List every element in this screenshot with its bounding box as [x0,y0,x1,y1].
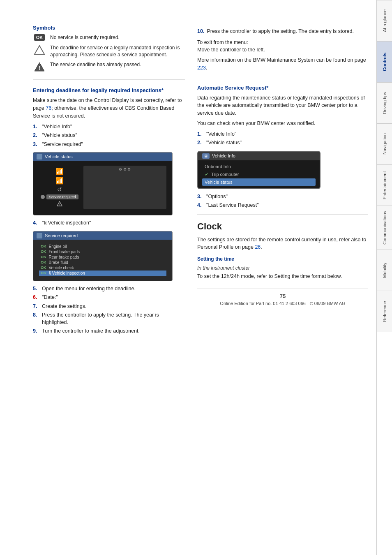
step-3: 3. "Service required" [33,141,185,148]
screen2-items: OK Engine oil OK Front brake pads OK Rea… [37,242,169,278]
sidebar-tab-entertainment[interactable]: Entertainment [377,164,392,206]
divider3 [197,214,368,215]
service-item-1: OK Front brake pads [39,249,166,254]
vi-check-1: ✓ [205,171,209,177]
vi-item-2-text: Vehicle status [205,180,233,185]
exit-text: To exit from the menu:Move the controlle… [197,39,368,54]
ok-5: OK [41,271,46,275]
sidebar-tab-driving-tips-label: Driving tips [382,92,387,114]
dot-icon [41,195,45,199]
page-container: Symbols OK No service is currently requi… [0,0,392,555]
step-4-list: 4. "§ Vehicle inspection" [33,220,185,227]
step-5-num: 5. [33,285,39,293]
auto-service-heading: Automatic Service Request* [197,85,368,91]
step-6: 6. "Date:" [33,294,185,301]
instrument-cluster-para: To set the 12h/24h mode, refer to Settin… [197,273,368,280]
auto-step-1: 1. "Vehicle Info" [197,131,368,138]
step-2-text: "Vehicle status" [42,132,77,139]
symbol-row-warn2: ! The service deadline has already passe… [33,61,185,73]
auto-steps-3-4: 3. "Options" 4. "Last Service Request" [197,193,368,209]
step-1: 1. "Vehicle Info" [33,123,185,131]
symbols-section: Symbols OK No service is currently requi… [33,25,185,73]
setting-time-heading: Setting the time [197,256,368,262]
sidebar-tab-driving-tips[interactable]: Driving tips [377,82,392,123]
auto-step-3: 3. "Options" [197,193,368,201]
page-number: 75 [197,293,368,299]
sidebar-tab-controls[interactable]: Controls [377,41,392,82]
step-10-text: Press the controller to apply the settin… [207,28,354,35]
step-7: 7. Create the settings. [33,303,185,310]
steps-5-9: 5. Open the menu for entering the deadli… [33,285,185,335]
page-76-link[interactable]: 76 [46,105,51,111]
auto-step-1-text: "Vehicle Info" [206,131,237,138]
triangle-icon-small: ! [57,201,62,208]
page-223-link[interactable]: 223 [197,65,206,71]
symbol-text-warn1: The deadline for service or a legally ma… [50,44,185,58]
step-9-text: Turn the controller to make the adjustme… [42,328,140,335]
entering-para: Make sure the date on the Control Displa… [33,97,185,120]
service-required-screen: Service required OK Engine oil OK Front … [33,231,173,281]
item-text-2: Rear brake pads [49,255,79,259]
step-8: 8. Press the controller to apply the set… [33,312,185,326]
sidebar-tab-at-a-glance-label: At a glance [382,9,387,32]
screen1-title-bar: Vehicle status [33,153,172,161]
step-1-num: 1. [33,123,39,131]
step-9-num: 9. [33,328,39,335]
step-4: 4. "§ Vehicle inspection" [33,220,185,227]
icon-signal2: 📶 [55,177,64,185]
ok-1: OK [41,250,46,254]
svg-marker-0 [35,46,44,54]
auto-step-2-num: 2. [197,139,204,147]
ok-badge: OK [34,34,45,41]
screen2-title: Service required [45,233,78,238]
step-4-num: 4. [33,220,39,227]
sidebar-tab-communications[interactable]: Communications [377,206,392,250]
sidebar-tab-navigation[interactable]: Navigation [377,123,392,164]
screen1-preview: ⚙ ⚙ ⚙ [83,166,166,209]
footer-text: Online Edition for Part no. 01 41 2 603 … [197,301,368,306]
vi-title-bar: 🖥 Vehicle Info [198,152,320,160]
vi-item-0-text: Onboard Info [205,164,231,169]
step-1-text: "Vehicle Info" [42,123,72,131]
item-text-1: Front brake pads [49,250,80,254]
entering-heading: Entering deadlines for legally required … [33,87,185,93]
triangle-warn-filled-icon: ! [33,61,46,73]
service-badge-row: Service required [41,194,78,199]
ok-icon: OK [33,34,46,41]
clock-para: The settings are stored for the remote c… [197,236,368,252]
icon-signal1: 📶 [55,167,64,175]
sidebar: At a glance Controls Driving tips Naviga… [376,0,392,555]
sidebar-tab-entertainment-label: Entertainment [382,171,387,199]
step-10-list: 10. Press the controller to apply the se… [197,28,368,35]
ok-2: OK [41,255,46,259]
service-item-2: OK Rear brake pads [39,254,166,260]
step-6-num: 6. [33,294,39,301]
divider1 [33,79,185,80]
step-10-num: 10. [197,28,204,35]
svg-text:!: ! [59,203,60,206]
sidebar-tab-mobility[interactable]: Mobility [377,250,392,291]
sidebar-tab-navigation-label: Navigation [382,134,387,155]
page-footer: 75 Online Edition for Part no. 01 41 2 6… [197,289,368,314]
sidebar-tab-at-a-glance[interactable]: At a glance [377,0,392,41]
auto-step-4-text: "Last Service Request" [206,202,259,209]
auto-step-1-num: 1. [197,131,204,138]
vi-title-icon: 🖥 [202,153,210,159]
page-26-link[interactable]: 26 [255,244,261,250]
step-6-text: "Date:" [42,294,58,301]
instrument-cluster-subheading: In the instrument cluster [197,265,368,271]
auto-service-para1: Data regarding the maintenance status or… [197,94,368,117]
symbol-row-warn1: The deadline for service or a legally ma… [33,44,185,58]
right-column: 10. Press the controller to apply the se… [197,25,368,539]
sidebar-tab-reference[interactable]: Reference [377,291,392,332]
more-info: More information on the BMW Maintenance … [197,56,368,72]
step-8-text: Press the controller to apply the settin… [42,312,185,326]
step-2: 2. "Vehicle status" [33,132,185,139]
vi-item-0: Onboard Info [202,163,316,170]
sidebar-tab-communications-label: Communications [382,211,387,245]
screen2-title-icon [37,233,42,238]
vehicle-status-screen: Vehicle status 📶 📶 ↺ Service required ! [33,152,173,215]
service-required-badge: Service required [46,194,78,199]
symbol-text-ok: No service is currently required. [50,34,185,41]
item-text-4: Vehicle check [49,266,74,270]
